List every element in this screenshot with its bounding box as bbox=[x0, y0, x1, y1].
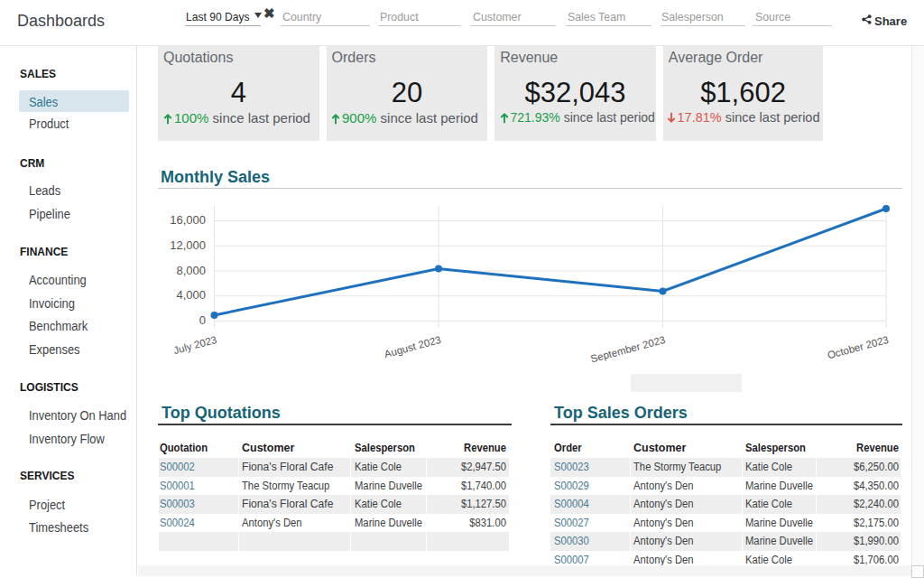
svg-text:0: 0 bbox=[199, 313, 206, 327]
svg-text:October 2023: October 2023 bbox=[827, 334, 890, 361]
svg-text:July 2023: July 2023 bbox=[172, 334, 218, 356]
svg-text:September 2023: September 2023 bbox=[589, 334, 666, 365]
svg-text:8,000: 8,000 bbox=[176, 264, 206, 277]
svg-text:12,000: 12,000 bbox=[170, 238, 206, 252]
svg-text:16,000: 16,000 bbox=[170, 213, 206, 227]
svg-text:4,000: 4,000 bbox=[176, 288, 206, 302]
svg-text:August 2023: August 2023 bbox=[383, 334, 442, 359]
